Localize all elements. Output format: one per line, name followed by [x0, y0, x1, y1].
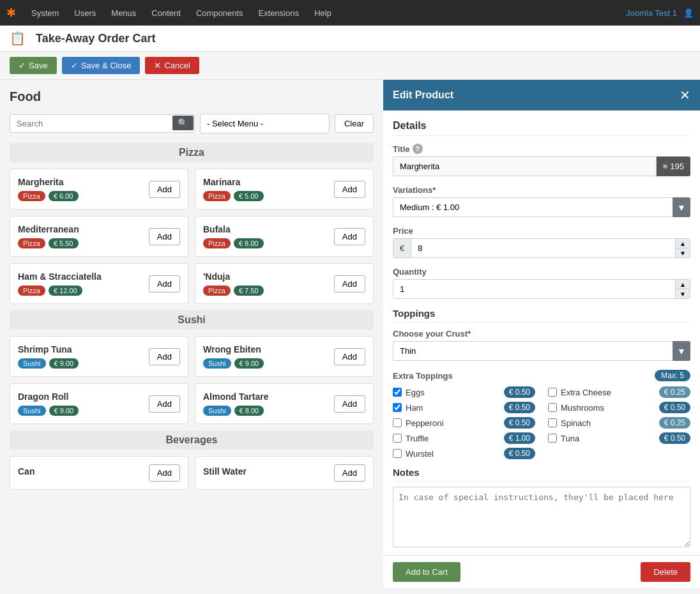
price-down-button[interactable]: ▼ — [676, 248, 690, 257]
product-shrimp-tuna: Shrimp Tuna Sushi € 9.00 Add — [10, 336, 188, 377]
add-marinara-button[interactable]: Add — [334, 181, 365, 198]
tag-pizza-med: Pizza — [18, 238, 45, 248]
extra-toppings-label: Extra Toppings — [393, 371, 453, 381]
modal-body: Details Title ? ≡ 195 — [383, 110, 700, 555]
product-bufala: Bufala Pizza € 8.00 Add — [195, 216, 374, 257]
notes-title: Notes — [393, 467, 690, 482]
clear-button[interactable]: Clear — [335, 114, 374, 133]
add-mediterranean-button[interactable]: Add — [149, 228, 180, 245]
save-check-icon: ✓ — [19, 61, 26, 70]
topping-ham: Ham € 0.50 — [393, 402, 535, 413]
topping-wurstel-name: Wurstel — [406, 449, 500, 459]
save-close-check-icon: ✓ — [71, 61, 78, 70]
navbar-system[interactable]: System — [25, 4, 65, 22]
section-sushi: Sushi — [10, 310, 374, 330]
topping-spinach-checkbox[interactable] — [548, 418, 557, 427]
tag-price-ham: € 12.00 — [49, 286, 82, 296]
title-input-wrap: ≡ 195 — [393, 156, 690, 176]
add-to-cart-button[interactable]: Add to Cart — [393, 562, 460, 582]
topping-eggs-name: Eggs — [406, 388, 500, 397]
cancel-button[interactable]: ✕ Cancel — [145, 57, 199, 74]
qty-input-wrap: ▲ ▼ — [393, 279, 690, 299]
site-name[interactable]: Joomla Test 1 — [626, 8, 677, 18]
product-marinara-name: Marinara — [203, 177, 334, 187]
topping-mushrooms-price: € 0.50 — [659, 402, 690, 413]
save-button[interactable]: ✓ Save — [10, 57, 57, 74]
topping-pepperoni-checkbox[interactable] — [393, 418, 402, 427]
topping-pepperoni: Pepperoni € 0.50 — [393, 417, 535, 429]
add-margherita-button[interactable]: Add — [149, 181, 180, 198]
navbar-extensions[interactable]: Extensions — [252, 4, 306, 22]
price-up-button[interactable]: ▲ — [676, 239, 690, 248]
topping-spinach: Spinach € 0.25 — [548, 417, 690, 429]
product-ebiten-tags: Sushi € 9.00 — [203, 358, 334, 369]
product-mediterranean-name: Mediterranean — [18, 224, 149, 234]
add-bufala-button[interactable]: Add — [334, 228, 365, 245]
product-almond-name: Almond Tartare — [203, 392, 334, 402]
topping-ham-checkbox[interactable] — [393, 403, 402, 412]
search-input-wrap: 🔍 — [10, 114, 195, 133]
navbar-right: Joomla Test 1 👤 — [626, 8, 694, 18]
topping-spinach-name: Spinach — [561, 418, 655, 428]
price-spinner: ▲ ▼ — [675, 239, 690, 257]
product-dragon-name: Dragon Roll — [18, 392, 149, 402]
product-marinara-tags: Pizza € 5.00 — [203, 191, 334, 201]
search-input[interactable] — [10, 114, 195, 133]
title-group: Title ? ≡ 195 — [393, 144, 690, 176]
navbar-content[interactable]: Content — [145, 4, 187, 22]
topping-eggs-checkbox[interactable] — [393, 388, 402, 397]
topping-mushrooms: Mushrooms € 0.50 — [548, 402, 690, 413]
product-water-info: Still Water — [203, 466, 334, 480]
topping-eggs-price: € 0.50 — [504, 386, 535, 398]
add-dragon-button[interactable]: Add — [149, 395, 180, 413]
select-menu[interactable]: - Select Menu - — [200, 114, 330, 133]
product-wrong-ebiten: Wrong Ebiten Sushi € 9.00 Add — [195, 336, 374, 377]
add-ebiten-button[interactable]: Add — [334, 348, 365, 365]
qty-down-button[interactable]: ▼ — [676, 289, 690, 298]
add-almond-button[interactable]: Add — [334, 395, 365, 413]
variations-select[interactable]: Medium : € 1.00 — [393, 197, 690, 217]
save-label: Save — [29, 61, 48, 70]
product-nduja: 'Nduja Pizza € 7.50 Add — [195, 263, 374, 304]
title-help-icon[interactable]: ? — [413, 144, 423, 154]
modal-close-button[interactable]: ✕ — [680, 88, 690, 103]
product-marinara-info: Marinara Pizza € 5.00 — [203, 177, 334, 201]
navbar-help[interactable]: Help — [308, 4, 338, 22]
section-beverages: Beverages — [10, 430, 374, 450]
tag-pizza-bufala: Pizza — [203, 238, 231, 248]
product-shrimp-name: Shrimp Tuna — [18, 344, 149, 354]
save-close-button[interactable]: ✓ Save & Close — [62, 57, 141, 74]
notes-textarea[interactable] — [393, 487, 690, 547]
quantity-input[interactable] — [393, 280, 675, 298]
user-icon[interactable]: 👤 — [683, 8, 694, 18]
topping-mushrooms-checkbox[interactable] — [548, 403, 557, 412]
title-label: Title ? — [393, 144, 690, 154]
topping-tuna-checkbox[interactable] — [548, 434, 557, 443]
qty-up-button[interactable]: ▲ — [676, 280, 690, 289]
add-ham-button[interactable]: Add — [149, 275, 180, 293]
tag-pizza-marinara: Pizza — [203, 191, 231, 201]
add-water-button[interactable]: Add — [334, 464, 365, 482]
navbar-components[interactable]: Components — [190, 4, 250, 22]
variations-select-wrap: Medium : € 1.00 ▼ — [393, 197, 690, 217]
topping-tuna: Tuna € 0.50 — [548, 432, 690, 444]
add-nduja-button[interactable]: Add — [334, 275, 365, 293]
price-input-wrap: € ▲ ▼ — [393, 238, 690, 258]
price-input[interactable] — [411, 239, 675, 257]
product-ham-name: Ham & Stracciatella — [18, 271, 149, 282]
navbar-users[interactable]: Users — [68, 4, 102, 22]
add-shrimp-button[interactable]: Add — [149, 348, 180, 365]
crust-group: Choose your Crust* Thin ▼ — [393, 329, 690, 361]
topping-extra-cheese-checkbox[interactable] — [548, 388, 557, 397]
product-bufala-info: Bufala Pizza € 8.00 — [203, 224, 334, 248]
topping-wurstel-checkbox[interactable] — [393, 449, 402, 458]
title-input[interactable] — [393, 156, 657, 176]
topping-truffle-checkbox[interactable] — [393, 434, 402, 443]
search-button[interactable]: 🔍 — [172, 116, 194, 130]
navbar-menus[interactable]: Menus — [105, 4, 142, 22]
product-margherita: Margherita Pizza € 6.00 Add — [10, 169, 188, 209]
delete-button[interactable]: Delete — [641, 562, 690, 582]
product-dragon-info: Dragon Roll Sushi € 9.00 — [18, 392, 149, 416]
crust-select[interactable]: Thin — [393, 341, 690, 361]
add-can-button[interactable]: Add — [149, 464, 180, 482]
